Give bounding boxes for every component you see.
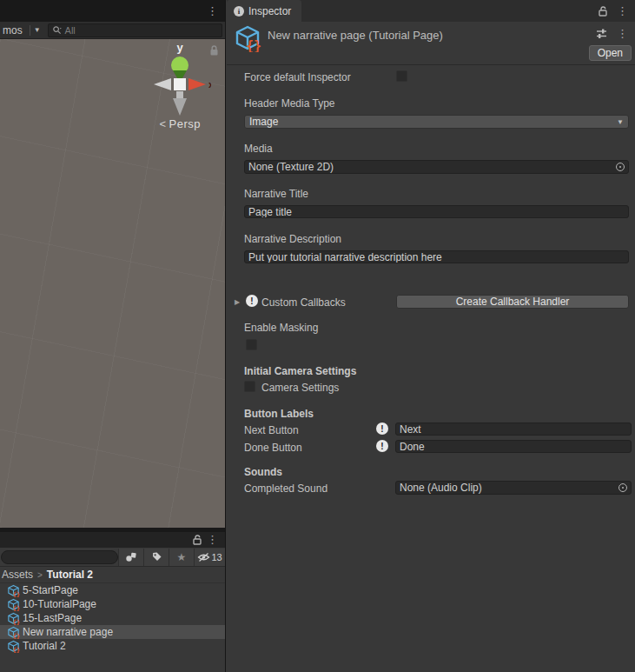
persp-label: Persp: [169, 117, 201, 130]
scene-orientation-gizmo[interactable]: y x: [136, 41, 211, 121]
perspective-toggle[interactable]: <Persp: [159, 117, 201, 130]
favorites-button[interactable]: ★: [169, 549, 194, 566]
scriptable-object-icon: [233, 24, 262, 52]
foldout-arrow-icon[interactable]: ▶: [235, 298, 240, 306]
inspector-window-controls: ⋮: [598, 0, 635, 22]
list-item[interactable]: Tutorial 2: [0, 639, 225, 653]
list-item-label: New narrative page: [23, 626, 113, 638]
asset-title: New narrative page (Tutorial Page): [268, 29, 443, 42]
asset-list: 5-StartPage 10-TutorialPage 15-LastPage …: [0, 583, 225, 653]
unlock-icon[interactable]: [598, 6, 608, 17]
list-item-label: 15-LastPage: [23, 612, 82, 624]
gizmo-x-axis-label: x: [208, 79, 211, 90]
inspector-tab-bar: i Inspector ⋮: [227, 0, 635, 22]
warning-icon: !: [246, 295, 258, 307]
done-button-label: Done Button: [244, 442, 302, 454]
open-button[interactable]: Open: [589, 45, 632, 61]
list-item-selected[interactable]: New narrative page: [0, 625, 225, 639]
inspector-panel: i Inspector ⋮ New narrative page (Tutori…: [227, 0, 635, 672]
tag-icon: [151, 551, 162, 562]
tab-inspector[interactable]: i Inspector: [227, 0, 301, 22]
object-picker-icon[interactable]: [618, 483, 627, 492]
project-toolbar: ★ 13: [0, 548, 225, 567]
done-button-input[interactable]: [395, 440, 632, 453]
search-by-label-button[interactable]: [143, 549, 169, 566]
breadcrumb-separator-icon: >: [37, 570, 43, 580]
completed-sound-label: Completed Sound: [244, 482, 327, 495]
list-item-label: 5-StartPage: [23, 584, 78, 596]
create-callback-handler-button[interactable]: Create Callback Handler: [396, 295, 629, 309]
header-media-type-label: Header Media Type: [244, 97, 335, 110]
project-title-bar: ⋮: [0, 532, 225, 548]
search-by-type-button[interactable]: [118, 549, 143, 566]
toolbar-separator: [30, 25, 30, 36]
force-default-inspector-checkbox[interactable]: [396, 70, 407, 82]
project-search-input[interactable]: [1, 550, 118, 564]
project-menu-icon[interactable]: ⋮: [207, 534, 218, 545]
sounds-header: Sounds: [244, 466, 282, 478]
button-labels-header: Button Labels: [244, 408, 314, 420]
inspector-body: Force default Inspector Header Media Typ…: [227, 65, 635, 671]
narrative-description-label: Narrative Description: [244, 233, 341, 245]
warning-icon: !: [376, 440, 388, 452]
scriptable-object-icon: [7, 612, 20, 625]
scriptable-object-icon: [7, 584, 20, 597]
scene-view[interactable]: y x <Persp: [0, 39, 225, 528]
scene-search-input[interactable]: All: [48, 23, 222, 37]
star-icon: ★: [177, 551, 187, 563]
media-object-field[interactable]: None (Texture 2D): [244, 160, 629, 174]
custom-callbacks-label: Custom Callbacks: [261, 296, 346, 309]
force-default-inspector-label: Force default Inspector: [244, 71, 351, 83]
scriptable-object-icon: [7, 640, 20, 653]
persp-arrow-icon: <: [159, 117, 166, 130]
next-button-label: Next Button: [244, 424, 299, 436]
warning-icon: !: [376, 422, 388, 435]
unlock-icon[interactable]: [192, 535, 202, 545]
camera-settings-checkbox[interactable]: [244, 381, 255, 392]
scene-toolbar: mos ▼ All: [0, 22, 225, 39]
presets-icon[interactable]: [595, 28, 608, 39]
info-icon: i: [234, 6, 244, 17]
gizmos-dropdown[interactable]: mos: [3, 24, 26, 37]
unity-editor-window: ⋮ mos ▼ All y: [0, 0, 635, 672]
scriptable-object-icon: [7, 598, 20, 611]
search-placeholder: All: [65, 25, 76, 36]
breadcrumb: Assets > Tutorial 2: [0, 567, 225, 583]
hidden-packages-button[interactable]: 13: [194, 549, 225, 566]
narrative-title-label: Narrative Title: [244, 188, 308, 200]
hidden-count: 13: [211, 552, 222, 562]
eye-slash-icon: [197, 552, 210, 562]
object-picker-icon[interactable]: [616, 163, 625, 171]
next-button-input[interactable]: [395, 422, 632, 436]
inspector-header: New narrative page (Tutorial Page) ⋮ Ope…: [227, 22, 635, 65]
list-item-label: 10-TutorialPage: [23, 598, 96, 610]
list-item[interactable]: 5-StartPage: [0, 583, 225, 597]
header-media-type-dropdown[interactable]: Image ▼: [244, 115, 629, 129]
component-menu-icon[interactable]: ⋮: [617, 28, 628, 39]
search-icon: [52, 25, 63, 36]
object-field-value: None (Texture 2D): [248, 161, 616, 173]
narrative-description-input[interactable]: [244, 250, 629, 263]
tab-label: Inspector: [248, 5, 291, 17]
breadcrumb-leaf[interactable]: Tutorial 2: [47, 569, 93, 581]
inspector-menu-icon[interactable]: ⋮: [617, 5, 628, 17]
enable-masking-checkbox[interactable]: [246, 339, 257, 350]
breadcrumb-root[interactable]: Assets: [2, 569, 33, 581]
left-panel: ⋮ mos ▼ All y: [0, 0, 226, 672]
chevron-down-icon: ▼: [617, 118, 624, 126]
project-filter-buttons: ★ 13: [118, 549, 225, 566]
scene-menu-icon[interactable]: ⋮: [207, 5, 218, 17]
completed-sound-object-field[interactable]: None (Audio Clip): [395, 481, 632, 495]
list-item-label: Tutorial 2: [23, 640, 66, 652]
dropdown-value: Image: [249, 116, 617, 128]
narrative-title-input[interactable]: [244, 205, 629, 218]
media-label: Media: [244, 143, 273, 155]
header-controls: ⋮: [595, 28, 628, 39]
enable-masking-label: Enable Masking: [244, 322, 318, 334]
camera-settings-label: Camera Settings: [261, 382, 339, 394]
gizmos-caret-icon[interactable]: ▼: [34, 26, 41, 34]
scene-tab-bar: ⋮: [0, 0, 225, 22]
initial-camera-settings-header: Initial Camera Settings: [244, 365, 356, 377]
list-item[interactable]: 10-TutorialPage: [0, 597, 225, 611]
list-item[interactable]: 15-LastPage: [0, 611, 225, 625]
